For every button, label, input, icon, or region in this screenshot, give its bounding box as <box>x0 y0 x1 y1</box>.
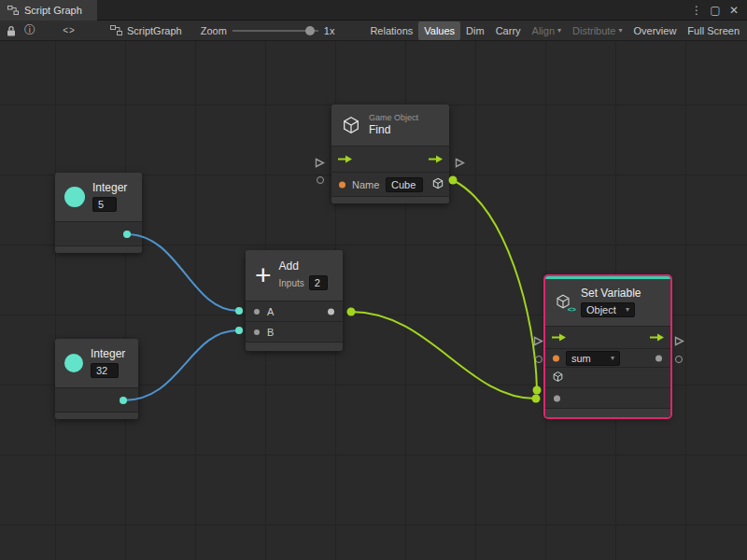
setvar-output-external-port[interactable] <box>675 356 683 363</box>
distribute-dropdown[interactable]: Distribute ▾ <box>567 21 627 40</box>
tab-title: Script Graph <box>24 5 82 16</box>
node-title: Set Variable <box>581 287 641 300</box>
node-footer <box>55 245 142 253</box>
flow-row <box>545 326 670 348</box>
input-port-b[interactable] <box>254 329 260 335</box>
integer-output-row <box>55 387 138 412</box>
variable-scope-dropdown[interactable]: Object ▾ <box>581 302 635 317</box>
node-title: Integer <box>92 182 127 194</box>
add-icon: + <box>255 263 272 287</box>
port-a-label: A <box>267 306 274 317</box>
inputs-label: Inputs <box>279 278 304 288</box>
port-dot[interactable] <box>235 307 243 315</box>
integer-value-field[interactable]: 32 <box>91 363 119 378</box>
values-button[interactable]: Values <box>418 21 460 40</box>
variable-output-port[interactable] <box>655 355 662 361</box>
integer-output-row <box>55 221 142 245</box>
graph-name-label: ScriptGraph <box>127 25 182 36</box>
graph-breadcrumb[interactable]: ScriptGraph <box>110 25 182 36</box>
name-row: Name Cube <box>331 172 449 196</box>
node-title: Find <box>369 124 418 136</box>
input-port-a[interactable] <box>254 309 260 315</box>
flow-row <box>331 146 449 172</box>
integer-literal-icon <box>64 187 85 207</box>
port-dot[interactable] <box>347 308 356 316</box>
node-footer <box>55 412 138 419</box>
graph-tab-icon <box>7 6 19 15</box>
chevron-down-icon: ▾ <box>557 26 561 35</box>
maximize-icon[interactable]: ▢ <box>708 4 723 17</box>
node-integer-32[interactable]: Integer 32 <box>55 339 138 419</box>
node-add[interactable]: + Add Inputs 2 A B <box>246 250 343 351</box>
find-name-external-port[interactable] <box>317 176 324 184</box>
overview-button[interactable]: Overview <box>628 21 683 40</box>
node-set-variable[interactable]: <> Set Variable Object ▾ <box>545 276 670 417</box>
port-row-a: A <box>246 301 343 321</box>
value-input-row <box>545 387 670 408</box>
lock-icon[interactable] <box>2 21 21 40</box>
flow-out-arrow-icon[interactable] <box>429 153 443 166</box>
graph-toolbar: ⓘ <> ScriptGraph Zoom 1x Relations Value… <box>0 21 747 41</box>
node-footer <box>545 408 670 417</box>
node-title: Integer <box>91 348 125 360</box>
unity-script-graph-window: Script Graph ⋮ ▢ ✕ ⓘ <> ScriptGraph Zoom <box>0 0 747 560</box>
integer-value-field[interactable]: 5 <box>92 197 117 212</box>
output-port-sum[interactable] <box>328 308 334 315</box>
close-icon[interactable]: ✕ <box>726 4 741 17</box>
game-object-input-icon[interactable] <box>552 371 564 385</box>
script-graph-icon <box>110 25 122 35</box>
flow-in-arrow-icon[interactable] <box>338 153 352 166</box>
relations-button[interactable]: Relations <box>364 21 418 40</box>
node-gameobject-find[interactable]: Game Object Find Name Cube <box>331 105 449 203</box>
dim-button[interactable]: Dim <box>460 21 490 40</box>
chevron-down-icon: ▾ <box>619 26 623 35</box>
port-dot[interactable] <box>449 176 458 185</box>
port-dot[interactable] <box>532 395 541 403</box>
toolbar-buttons: Relations Values Dim Carry Align ▾ Distr… <box>364 21 745 40</box>
find-flow-out-port[interactable] <box>455 155 465 172</box>
zoom-control: Zoom 1x <box>201 25 335 36</box>
inspect-icon[interactable]: ⓘ <box>21 21 39 40</box>
window-menu-icon[interactable]: ⋮ <box>689 4 704 17</box>
setvar-flow-in-port[interactable] <box>533 333 543 350</box>
port-b-label: B <box>267 327 274 338</box>
node-integer-5[interactable]: Integer 5 <box>55 173 142 253</box>
inputs-count-field[interactable]: 2 <box>309 275 328 290</box>
variable-name-input-port[interactable] <box>553 355 559 361</box>
zoom-value: 1x <box>324 25 335 36</box>
name-value-field[interactable]: Cube <box>386 177 423 192</box>
target-object-row <box>545 367 670 387</box>
tab-script-graph[interactable]: Script Graph <box>0 0 97 21</box>
window-controls: ⋮ ▢ ✕ <box>689 4 747 17</box>
align-dropdown[interactable]: Align ▾ <box>527 21 567 40</box>
value-input-port[interactable] <box>554 395 560 401</box>
find-flow-in-port[interactable] <box>315 155 325 172</box>
wire-find-to-setvar[interactable] <box>453 180 537 389</box>
variable-name-dropdown[interactable]: sum ▾ <box>566 351 620 366</box>
wire-add-to-setvar[interactable] <box>351 312 535 399</box>
zoom-slider[interactable] <box>233 25 318 36</box>
fullscreen-button[interactable]: Full Screen <box>682 21 745 40</box>
port-dot[interactable] <box>235 327 243 334</box>
setvar-flow-out-port[interactable] <box>674 333 684 350</box>
carry-button[interactable]: Carry <box>490 21 527 40</box>
name-input-port[interactable] <box>339 181 345 188</box>
window-titlebar: Script Graph ⋮ ▢ ✕ <box>0 0 747 21</box>
game-object-output-icon[interactable] <box>431 176 444 192</box>
integer-literal-icon <box>64 354 83 372</box>
wire-integer5-to-add-a[interactable] <box>127 234 238 311</box>
wire-integer32-to-add-b[interactable] <box>123 330 238 400</box>
port-dot[interactable] <box>533 386 542 395</box>
game-object-icon <box>341 115 361 135</box>
node-footer <box>246 342 343 351</box>
code-icon[interactable]: <> <box>60 21 78 40</box>
variable-name-row: sum ▾ <box>545 348 670 367</box>
zoom-slider-handle[interactable] <box>305 26 315 35</box>
node-footer <box>331 196 449 203</box>
node-title: Add <box>279 260 328 273</box>
setvar-name-external-port[interactable] <box>535 356 543 363</box>
graph-canvas[interactable]: Integer 5 Integer 32 + <box>0 41 747 560</box>
flow-out-arrow-icon[interactable] <box>650 331 664 344</box>
flow-in-arrow-icon[interactable] <box>552 331 566 344</box>
name-label: Name <box>352 179 379 190</box>
